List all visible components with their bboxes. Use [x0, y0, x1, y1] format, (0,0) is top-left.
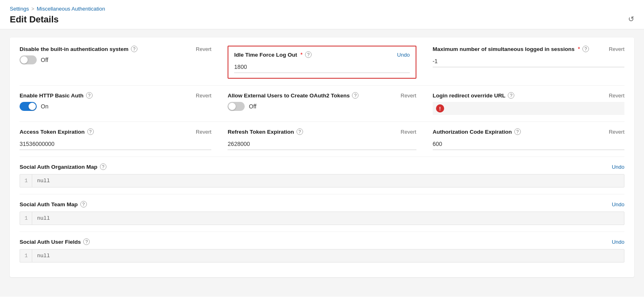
login-redirect-error-icon: ! — [436, 104, 444, 112]
authorization-code-expiration-help-icon[interactable]: ? — [514, 128, 521, 135]
social-auth-user-fields-section: Social Auth User Fields ? Undo 1 null — [20, 238, 624, 269]
login-redirect-url-field: Login redirect override URL ? Revert ! — [423, 92, 624, 115]
social-auth-org-map-content: null — [32, 174, 624, 187]
login-redirect-url-input[interactable] — [447, 105, 621, 112]
disable-builtin-auth-toggle[interactable] — [20, 55, 37, 64]
authorization-code-expiration-field: Authorization Code Expiration ? Revert — [423, 128, 624, 150]
refresh-token-expiration-input[interactable] — [228, 138, 416, 150]
max-sessions-field: Maximum number of simultaneous logged in… — [423, 46, 624, 79]
disable-builtin-auth-field: Disable the built-in authentication syst… — [20, 46, 221, 79]
allow-external-users-revert-button[interactable]: Revert — [401, 93, 416, 99]
authorization-code-expiration-label: Authorization Code Expiration — [433, 129, 512, 135]
idle-time-force-logout-field: Idle Time Force Log Out * ? Undo — [221, 46, 423, 79]
page-title: Edit Details — [10, 14, 634, 25]
login-redirect-url-revert-button[interactable]: Revert — [609, 93, 624, 99]
breadcrumb-separator: > — [31, 6, 34, 12]
access-token-expiration-field: Access Token Expiration ? Revert — [20, 128, 221, 150]
enable-http-basic-auth-toggle[interactable] — [20, 102, 37, 111]
social-auth-org-map-help-icon[interactable]: ? — [100, 163, 106, 170]
max-sessions-label: Maximum number of simultaneous logged in… — [433, 46, 575, 52]
social-auth-org-map-label: Social Auth Organization Map — [20, 164, 97, 170]
refresh-token-expiration-label: Refresh Token Expiration — [228, 129, 294, 135]
authorization-code-expiration-input[interactable] — [433, 138, 624, 150]
social-auth-user-fields-undo-button[interactable]: Undo — [612, 239, 624, 245]
social-auth-org-map-undo-button[interactable]: Undo — [612, 164, 624, 170]
social-auth-user-fields-line-number: 1 — [20, 249, 32, 262]
history-icon[interactable]: ↺ — [628, 15, 634, 24]
authorization-code-expiration-revert-button[interactable]: Revert — [609, 129, 624, 135]
social-auth-org-map-section: Social Auth Organization Map ? Undo 1 nu… — [20, 163, 624, 194]
disable-builtin-auth-toggle-label: Off — [41, 57, 48, 63]
refresh-token-expiration-revert-button[interactable]: Revert — [401, 129, 416, 135]
max-sessions-required: * — [578, 46, 580, 52]
disable-builtin-auth-help-icon[interactable]: ? — [131, 46, 137, 52]
access-token-expiration-label: Access Token Expiration — [20, 129, 85, 135]
enable-http-basic-auth-field: Enable HTTP Basic Auth ? Revert On — [20, 92, 221, 115]
breadcrumb: Settings > Miscellaneous Authentication — [10, 6, 634, 12]
disable-builtin-auth-label: Disable the built-in authentication syst… — [20, 46, 128, 52]
idle-time-input[interactable] — [234, 61, 409, 73]
social-auth-team-map-undo-button[interactable]: Undo — [612, 201, 624, 207]
allow-external-users-label: Allow External Users to Create OAuth2 To… — [228, 93, 350, 99]
social-auth-team-map-content: null — [32, 212, 624, 225]
allow-external-users-help-icon[interactable]: ? — [352, 92, 359, 99]
social-auth-org-map-line-number: 1 — [20, 174, 32, 187]
social-auth-team-map-section: Social Auth Team Map ? Undo 1 null — [20, 201, 624, 232]
login-redirect-url-help-icon[interactable]: ? — [508, 92, 514, 99]
max-sessions-revert-button[interactable]: Revert — [609, 46, 624, 52]
social-auth-user-fields-label: Social Auth User Fields — [20, 239, 81, 245]
max-sessions-help-icon[interactable]: ? — [582, 46, 589, 52]
idle-time-required: * — [301, 51, 303, 58]
enable-http-basic-auth-label: Enable HTTP Basic Auth — [20, 93, 84, 99]
enable-http-basic-auth-help-icon[interactable]: ? — [86, 92, 93, 99]
social-auth-user-fields-editor[interactable]: 1 null — [20, 249, 624, 262]
social-auth-user-fields-content: null — [32, 249, 624, 262]
breadcrumb-settings-link[interactable]: Settings — [10, 6, 29, 12]
idle-time-undo-button[interactable]: Undo — [397, 52, 410, 58]
social-auth-team-map-label: Social Auth Team Map — [20, 201, 78, 207]
allow-external-users-toggle[interactable] — [228, 102, 245, 111]
idle-time-label: Idle Time Force Log Out — [234, 52, 297, 58]
refresh-token-expiration-help-icon[interactable]: ? — [297, 128, 303, 135]
access-token-expiration-input[interactable] — [20, 138, 211, 150]
access-token-expiration-help-icon[interactable]: ? — [87, 128, 94, 135]
login-redirect-url-label: Login redirect override URL — [433, 93, 506, 99]
allow-external-users-toggle-label: Off — [249, 103, 256, 110]
social-auth-team-map-help-icon[interactable]: ? — [80, 201, 87, 207]
idle-time-help-icon[interactable]: ? — [305, 51, 312, 58]
social-auth-user-fields-help-icon[interactable]: ? — [83, 238, 90, 245]
social-auth-org-map-editor[interactable]: 1 null — [20, 174, 624, 188]
max-sessions-input[interactable] — [433, 55, 624, 67]
allow-external-users-oauth2-field: Allow External Users to Create OAuth2 To… — [221, 92, 423, 115]
enable-http-basic-auth-revert-button[interactable]: Revert — [196, 93, 211, 99]
social-auth-team-map-editor[interactable]: 1 null — [20, 212, 624, 225]
access-token-expiration-revert-button[interactable]: Revert — [196, 129, 211, 135]
enable-http-basic-auth-toggle-label: On — [41, 103, 49, 110]
breadcrumb-current: Miscellaneous Authentication — [37, 6, 105, 12]
social-auth-team-map-line-number: 1 — [20, 212, 32, 225]
disable-builtin-auth-revert-button[interactable]: Revert — [196, 46, 211, 52]
refresh-token-expiration-field: Refresh Token Expiration ? Revert — [221, 128, 423, 150]
